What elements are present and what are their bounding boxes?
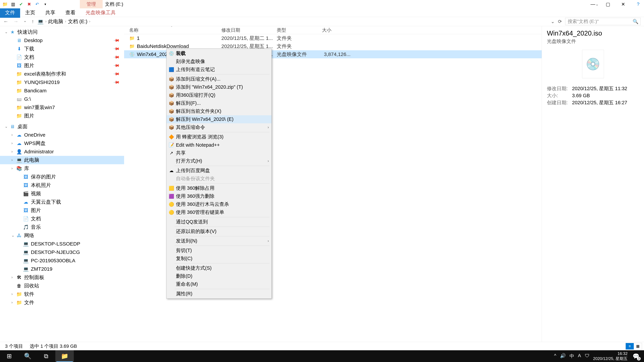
sidebar-quick-item[interactable]: 🖼 图片 📌 xyxy=(0,61,124,70)
tree-network[interactable]: ⌄ 🖧 网络 xyxy=(0,231,124,240)
chevron-right-icon[interactable]: › xyxy=(12,166,15,171)
sidebar-desktop-item[interactable]: › 👤 Administrator xyxy=(0,147,124,156)
context-menu-item[interactable]: 还原以前的版本(V) xyxy=(166,227,272,236)
tree-recycle-bin[interactable]: 🗑 回收站 xyxy=(0,282,124,290)
qat-properties-icon[interactable]: ▥ xyxy=(10,1,16,7)
nav-back-button[interactable]: ← xyxy=(3,18,8,24)
context-menu-item[interactable]: 📦 解压到当前文件夹(X) xyxy=(166,107,272,115)
chevron-right-icon[interactable]: › xyxy=(12,275,15,280)
sidebar-quick-item[interactable]: 📁 excel表格制作求和 📌 xyxy=(0,70,124,78)
sidebar-desktop-item[interactable]: › ☁ OneDrive xyxy=(0,131,124,139)
minimize-button[interactable]: — xyxy=(589,1,597,7)
context-menu-item[interactable]: 重命名(M) xyxy=(166,280,272,288)
sidebar-quick-item[interactable]: 📁 图片 xyxy=(0,112,124,120)
ribbon-tab-home[interactable]: 主页 xyxy=(20,7,40,18)
chevron-right-icon[interactable]: › xyxy=(12,292,15,296)
context-menu-item[interactable]: 剪切(T) xyxy=(166,247,272,255)
column-header-name[interactable]: 名称 xyxy=(124,27,221,33)
sidebar-quick-item[interactable]: 📄 文档 📌 xyxy=(0,53,124,61)
sidebar-quick-item[interactable]: 🖴 G:\ xyxy=(0,95,124,103)
sidebar-quick-item[interactable]: 📁 win7重装win7 xyxy=(0,103,124,112)
context-menu-item[interactable]: 💿 装载 xyxy=(166,49,272,57)
file-list-area[interactable]: ˆ 名称 修改日期 类型 大小 📁1 2020/12/15, 星期二 1... … xyxy=(124,26,542,342)
context-menu-item[interactable]: 📦 添加到 "Win7x64_2020.zip" (T) xyxy=(166,83,272,91)
chevron-down-icon[interactable]: ⌄ xyxy=(5,30,8,34)
context-menu-item[interactable]: 📦 添加到压缩文件(A)... xyxy=(166,75,272,83)
context-menu-item[interactable]: 属性(R) xyxy=(166,290,272,298)
sidebar-desktop-item[interactable]: › 💻 此电脑 xyxy=(0,156,124,164)
sidebar-desktop-item[interactable]: › ☁ WPS网盘 xyxy=(0,139,124,147)
view-details-button[interactable]: ≡ xyxy=(626,343,634,350)
tree-software[interactable]: › 📁 软件 xyxy=(0,290,124,298)
help-button[interactable]: ? xyxy=(634,1,642,7)
search-icon[interactable]: 🔍 xyxy=(632,19,638,24)
nav-forward-button[interactable]: → xyxy=(14,18,18,24)
context-menu-item[interactable]: 📦 用360压缩打开(Q) xyxy=(166,91,272,99)
taskbar-explorer-button[interactable]: 📁 xyxy=(55,350,74,362)
ribbon-tab-view[interactable]: 查看 xyxy=(60,7,80,18)
sidebar-quick-item[interactable]: 📁 YUNQISHI2019 📌 xyxy=(0,78,124,86)
qat-new-folder-icon[interactable]: ✔ xyxy=(18,1,24,7)
qat-undo-icon[interactable]: ↶ xyxy=(34,1,40,7)
navigation-tree[interactable]: ⌄ ★ 快速访问 🖥 Desktop 📌 ⬇ 下载 📌 📄 文档 📌 🖼 图片 … xyxy=(0,26,124,342)
chevron-right-icon[interactable]: › xyxy=(12,149,15,154)
tree-control-panel[interactable]: › 🛠 控制面板 xyxy=(0,273,124,282)
maximize-button[interactable]: ▢ xyxy=(604,1,612,7)
tree-quick-access[interactable]: ⌄ ★ 快速访问 xyxy=(0,28,124,36)
context-menu-item[interactable]: 📦 解压到 Win7x64_2020\ (E) xyxy=(166,115,272,123)
sidebar-network-item[interactable]: 💻 DESKTOP-LSSOEDP xyxy=(0,240,124,248)
context-menu-item[interactable]: 通过QQ发送到 xyxy=(166,218,272,226)
context-menu-item[interactable]: 复制(C) xyxy=(166,255,272,263)
chevron-right-icon[interactable]: › xyxy=(12,300,15,305)
sidebar-network-item[interactable]: 💻 DESKTOP-NJEU3CG xyxy=(0,248,124,256)
nav-history-dropdown[interactable]: ⌄ xyxy=(24,18,26,24)
sidebar-network-item[interactable]: 💻 PC-20190530OBLA xyxy=(0,256,124,265)
column-header-type[interactable]: 类型 xyxy=(277,27,322,33)
task-view-button[interactable]: ⧉ xyxy=(37,350,55,362)
sidebar-network-item[interactable]: 💻 ZMT2019 xyxy=(0,265,124,273)
start-button[interactable]: ⊞ xyxy=(0,350,18,362)
context-menu-item[interactable]: 打开方式(H) › xyxy=(166,157,272,165)
ribbon-tab-share[interactable]: 共享 xyxy=(40,7,60,18)
sidebar-library-item[interactable]: 🖼 图片 xyxy=(0,206,124,215)
tray-network-icon[interactable]: 🛡 xyxy=(585,353,590,359)
notification-center-button[interactable]: 💬 3 xyxy=(631,352,641,361)
tree-files[interactable]: › 📁 文件 xyxy=(0,298,124,307)
tray-ime-lang[interactable]: 中 xyxy=(570,353,574,359)
context-menu-item[interactable]: 🟦 上传到有道云笔记 xyxy=(166,65,272,73)
chevron-right-icon[interactable]: › xyxy=(65,19,66,24)
sidebar-library-item[interactable]: 📄 文档 xyxy=(0,215,124,223)
chevron-right-icon[interactable]: › xyxy=(12,158,15,162)
sidebar-library-item[interactable]: 🖼 本机照片 xyxy=(0,181,124,189)
file-row[interactable]: 📁1 2020/12/15, 星期二 1... 文件夹 xyxy=(124,34,542,42)
context-menu-item[interactable]: ↗ 共享 xyxy=(166,149,272,157)
context-menu-item[interactable]: 🟨 使用 360解除占用 xyxy=(166,184,272,192)
sidebar-library-item[interactable]: 🖼 保存的图片 xyxy=(0,173,124,181)
chevron-right-icon[interactable]: › xyxy=(12,141,15,145)
column-header-size[interactable]: 大小 xyxy=(322,27,356,33)
search-input[interactable]: 搜索"文档 (E:)" 🔍 xyxy=(565,18,641,25)
chevron-right-icon[interactable]: › xyxy=(89,19,90,24)
ribbon-tab-disc-tool[interactable]: 光盘映像工具 xyxy=(80,7,121,18)
sidebar-quick-item[interactable]: 📁 Bandicam xyxy=(0,86,124,95)
sidebar-library-item[interactable]: 🎵 音乐 xyxy=(0,223,124,231)
context-menu-item[interactable]: 🔶 用 蜂蜜浏览器 浏览(3) xyxy=(166,133,272,141)
context-menu-item[interactable]: 刻录光盘映像 xyxy=(166,57,272,65)
context-menu-item[interactable]: 发送到(N) › xyxy=(166,237,272,245)
refresh-icon[interactable]: ⟳ xyxy=(558,19,562,24)
tray-ime-mode[interactable]: A xyxy=(578,353,581,359)
context-menu-item[interactable]: 创建快捷方式(S) xyxy=(166,264,272,272)
context-menu-item[interactable]: 📦 其他压缩命令 › xyxy=(166,123,272,131)
context-menu-item[interactable]: 🟪 使用 360强力删除 xyxy=(166,192,272,200)
context-tab-manage[interactable]: 管理 xyxy=(80,0,103,8)
context-menu-item[interactable]: 🟡 使用 360进行木马云查杀 xyxy=(166,200,272,208)
breadcrumb-drive[interactable]: 文档 (E:) xyxy=(68,18,88,25)
tray-overflow-icon[interactable]: ^ xyxy=(554,353,556,359)
chevron-down-icon[interactable]: ⌄ xyxy=(12,233,15,238)
qat-dropdown-icon[interactable]: ▾ xyxy=(42,1,48,7)
address-dropdown-icon[interactable]: ⌄ xyxy=(551,19,554,24)
chevron-down-icon[interactable]: ⌄ xyxy=(5,124,8,129)
sidebar-library-item[interactable]: 🎬 视频 xyxy=(0,189,124,198)
sidebar-library-item[interactable]: ☁ 天翼云盘下载 xyxy=(0,198,124,206)
chevron-right-icon[interactable]: › xyxy=(45,19,46,24)
